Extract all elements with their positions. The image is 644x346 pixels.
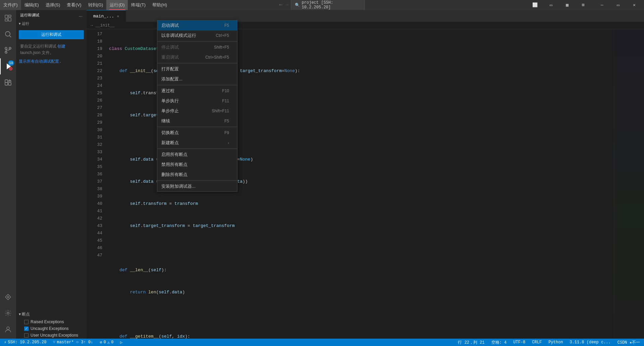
status-encoding[interactable]: UTF-8 (512, 339, 527, 346)
menu-delete-all-bp[interactable]: 删除所有断点 (157, 170, 237, 180)
svg-point-15 (7, 296, 9, 298)
svg-point-16 (7, 312, 9, 314)
svg-rect-2 (5, 19, 8, 21)
title-bar: 文件(F) 编辑(E) 选择(S) 查看(V) 转到(G) 运行(D) 终端(T… (0, 0, 644, 10)
sidebar: 运行和调试 ... ▾ 运行 运行和调试 要自定义运行和调试 创建 launch… (16, 10, 87, 339)
title-bar-left: 文件(F) 编辑(E) 选择(S) 查看(V) 转到(G) 运行(D) 终端(T… (0, 0, 170, 10)
menu-open-config[interactable]: 打开配置 (157, 64, 237, 74)
watermark-label: CSDN ★不一 (618, 340, 640, 345)
svg-rect-13 (8, 82, 11, 85)
layout-btn4[interactable]: ⊞ (576, 0, 591, 10)
tab-label: main_... (93, 14, 114, 19)
menu-restart-debug: 重启调试 Ctrl+Shift+F5 (157, 52, 237, 62)
code-line-27: def __len__(self): (105, 267, 614, 274)
activity-settings[interactable] (0, 305, 16, 321)
show-auto-debug-link[interactable]: 显示所有自动调试配置. (19, 59, 61, 64)
activity-source-control[interactable] (0, 42, 16, 58)
minimap (614, 29, 644, 339)
menu-edit[interactable]: 编辑(E) (21, 0, 42, 10)
menu-step-out[interactable]: 单步停止 Shift+F11 (157, 106, 237, 116)
menu-file[interactable]: 文件(F) (0, 0, 21, 10)
title-center: ← → 🔍 project [SSH: 10.2.205.20] (279, 0, 365, 11)
menu-run[interactable]: 运行(D) (106, 0, 128, 10)
menu-goto[interactable]: 转到(G) (85, 0, 107, 10)
breakpoints-header[interactable]: ▾ 断点 (16, 310, 87, 319)
status-line-ending[interactable]: CRLF (531, 339, 543, 346)
run-debug-button[interactable]: 运行和调试 (19, 30, 84, 39)
activity-run-debug[interactable]: 18 (0, 58, 16, 74)
svg-point-17 (7, 327, 9, 330)
user-uncaught-checkbox[interactable] (24, 333, 29, 338)
sep3 (157, 85, 237, 85)
create-launch-link[interactable]: 创建 (57, 44, 65, 49)
sidebar-more-icon[interactable]: ... (79, 13, 83, 17)
code-line-26 (105, 244, 614, 252)
menu-toggle-breakpoint[interactable]: 切换断点 F9 (157, 128, 237, 138)
menu-select[interactable]: 选择(S) (42, 0, 63, 10)
activity-explorer[interactable] (0, 10, 16, 26)
user-uncaught-label: User Uncaught Exceptions (31, 333, 78, 338)
minimize-btn[interactable]: ─ (594, 0, 610, 10)
menu-continue[interactable]: 继续 F5 (157, 116, 237, 126)
menu-install-debugger[interactable]: 安装附加调试器... (157, 181, 237, 191)
menu-add-config[interactable]: 添加配置... (157, 74, 237, 84)
ssh-label: SSH: 10.2.205.20 (8, 340, 46, 345)
menu-step-over[interactable]: 逐过程 F10 (157, 86, 237, 96)
menu-terminal[interactable]: 终端(T) (128, 0, 149, 10)
status-version[interactable]: 3.11.8 (deep c... (568, 339, 612, 346)
tab-main[interactable]: main_... ✕ (87, 10, 126, 22)
nav-back-icon[interactable]: ← (279, 2, 282, 8)
menu-new-breakpoint[interactable]: 新建断点 › (157, 138, 237, 148)
status-git[interactable]: ⑂ master* ○ 3↑ 0↓ (52, 339, 94, 346)
title-search[interactable]: 🔍 project [SSH: 10.2.205.20] (291, 0, 365, 11)
svg-rect-0 (5, 15, 8, 18)
close-btn[interactable]: ✕ (627, 0, 642, 10)
version-label: 3.11.8 (deep c... (570, 340, 610, 345)
sep2 (157, 63, 237, 63)
menu-run-no-debug[interactable]: 以非调试模式运行 Ctrl+F5 (157, 31, 237, 41)
sidebar-title: 运行和调试 ... (16, 10, 87, 19)
code-line-30: def __getitem__(self, idx): (105, 333, 614, 339)
activity-extensions[interactable] (0, 74, 16, 91)
maximize-btn[interactable]: ▭ (610, 0, 626, 10)
line-numbers: 17 18 19 20 21 22 23 24 25 26 27 28 29 3… (87, 29, 105, 339)
run-section-header[interactable]: ▾ 运行 (16, 20, 87, 27)
status-run[interactable]: ▷ (119, 339, 124, 346)
activity-search[interactable] (0, 26, 16, 42)
breakpoints-section: ▾ 断点 Raised Exceptions ✓ Uncaught Except… (16, 310, 87, 339)
activity-remote[interactable] (0, 289, 16, 305)
svg-line-5 (10, 36, 11, 38)
status-errors[interactable]: ⊘ 0 ⚠ 0 (98, 339, 115, 346)
layout-btn3[interactable]: ▦ (559, 0, 575, 10)
raised-checkbox[interactable] (24, 320, 29, 324)
tab-close-icon[interactable]: ✕ (117, 14, 119, 18)
menu-bar: 文件(F) 编辑(E) 选择(S) 查看(V) 转到(G) 运行(D) 终端(T… (0, 0, 170, 10)
code-line-29 (105, 311, 614, 318)
nav-forward-icon[interactable]: → (285, 2, 288, 8)
uncaught-label: Uncaught Exceptions (31, 326, 68, 331)
warning-icon: ⚠ (107, 340, 110, 345)
activity-account[interactable] (0, 321, 16, 337)
menu-step-into[interactable]: 单步执行 F11 (157, 96, 237, 106)
menu-view[interactable]: 查看(V) (63, 0, 85, 10)
menu-enable-all-bp[interactable]: 启用所有断点 (157, 150, 237, 160)
svg-rect-1 (8, 15, 11, 17)
status-spaces[interactable]: 空格: 4 (490, 339, 508, 346)
menu-disable-all-bp[interactable]: 禁用所有断点 (157, 160, 237, 170)
main-layout: 18 (0, 10, 644, 339)
status-ssh[interactable]: ⚡ SSH: 10.2.205.20 (3, 339, 48, 346)
error-count: 0 (104, 340, 106, 345)
git-label: master* ○ 3↑ 0↓ (57, 340, 93, 345)
status-cursor[interactable]: 行 22，列 21 (457, 339, 486, 346)
menu-start-debug[interactable]: 启动调试 F5 (157, 20, 237, 31)
layout-btn1[interactable]: ⬜ (527, 0, 543, 10)
language-label: Python (548, 340, 563, 345)
git-icon: ⑂ (53, 340, 55, 345)
layout-btn2[interactable]: ▭ (543, 0, 559, 10)
uncaught-checkbox[interactable]: ✓ (24, 327, 29, 331)
menu-help[interactable]: 帮助(H) (149, 0, 170, 10)
svg-rect-12 (5, 82, 8, 85)
status-language[interactable]: Python (547, 339, 564, 346)
editor-area: main_... ✕ → __init__ 启动调试 F5 以非调试模式运行 C… (87, 10, 644, 339)
warning-count: 0 (111, 340, 113, 345)
